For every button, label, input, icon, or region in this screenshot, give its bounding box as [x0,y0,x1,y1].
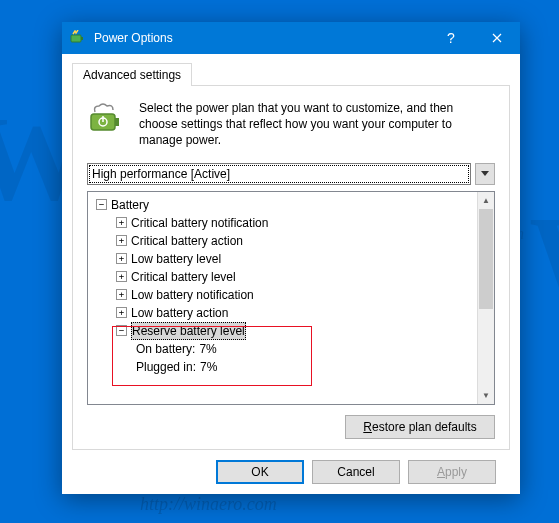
expand-icon[interactable]: + [116,271,127,282]
power-plan-dropdown-button[interactable] [475,163,495,185]
tree-node[interactable]: +Critical battery level [90,268,475,286]
watermark-url: http://winaero.com [140,494,277,515]
tree-node[interactable]: +Low battery level [90,250,475,268]
svg-rect-3 [115,118,119,126]
tab-advanced-settings[interactable]: Advanced settings [72,63,192,86]
tree-node-battery[interactable]: −Battery [90,196,475,214]
cancel-button[interactable]: Cancel [312,460,400,484]
tree-leaf-on-battery[interactable]: On battery:7% [90,340,475,358]
intro-text: Select the power plan that you want to c… [139,100,495,149]
titlebar[interactable]: Power Options ? [62,22,520,54]
expand-icon[interactable]: + [116,217,127,228]
tree-node-reserve-battery[interactable]: −Reserve battery level [90,322,475,340]
scroll-down-button[interactable]: ▼ [478,387,494,404]
tab-page: Select the power plan that you want to c… [72,85,510,450]
close-button[interactable] [474,22,520,54]
svg-rect-0 [71,35,81,42]
power-plan-icon [87,100,127,140]
power-options-dialog: Power Options ? Advanced settings Select… [62,22,520,494]
collapse-icon[interactable]: − [116,325,127,336]
tree-node[interactable]: +Low battery action [90,304,475,322]
scroll-up-button[interactable]: ▲ [478,192,494,209]
tree-leaf-plugged-in[interactable]: Plugged in:7% [90,358,475,376]
expand-icon[interactable]: + [116,289,127,300]
window-title: Power Options [94,31,428,45]
scroll-thumb[interactable] [479,209,493,309]
restore-defaults-button[interactable]: Restore plan defaults [345,415,495,439]
collapse-icon[interactable]: − [96,199,107,210]
expand-icon[interactable]: + [116,253,127,264]
tree-node[interactable]: +Critical battery notification [90,214,475,232]
tree-node[interactable]: +Low battery notification [90,286,475,304]
ok-button[interactable]: OK [216,460,304,484]
tree-content[interactable]: −Battery +Critical battery notification … [88,192,477,404]
help-button[interactable]: ? [428,22,474,54]
scrollbar[interactable]: ▲ ▼ [477,192,494,404]
expand-icon[interactable]: + [116,307,127,318]
power-plan-select[interactable]: High performance [Active] [87,163,471,185]
apply-button[interactable]: Apply [408,460,496,484]
expand-icon[interactable]: + [116,235,127,246]
tree-node[interactable]: +Critical battery action [90,232,475,250]
watermark-logo: W [529,190,559,328]
battery-icon [70,30,86,46]
settings-tree: −Battery +Critical battery notification … [87,191,495,405]
svg-rect-1 [81,37,83,40]
